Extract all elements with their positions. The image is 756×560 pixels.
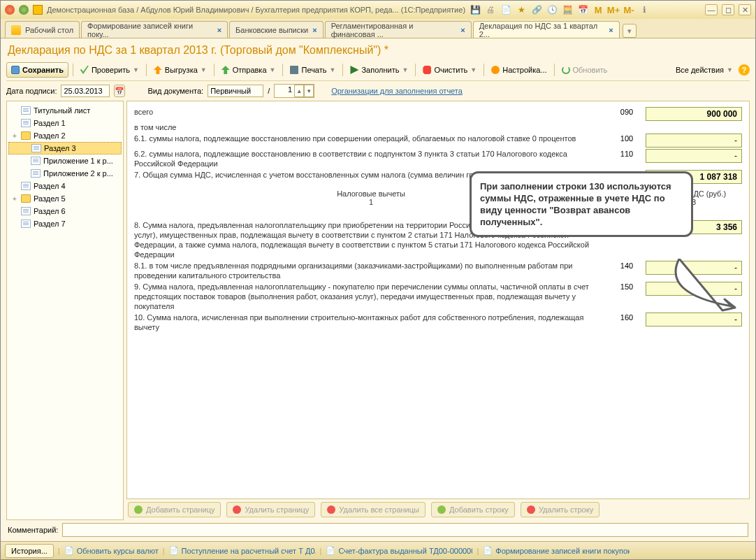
row-code: 090 <box>608 107 646 116</box>
tree-node[interactable]: Титульный лист <box>8 104 122 117</box>
printer-icon <box>290 66 298 74</box>
tree-label: Раздел 5 <box>34 194 66 203</box>
tree-node[interactable]: Раздел 4 <box>8 180 122 192</box>
expand-icon[interactable]: + <box>11 195 18 203</box>
status-item[interactable]: 📄 Поступление на расчетный счет Т Д0... <box>169 546 316 555</box>
date-label: Дата подписи: <box>6 87 57 95</box>
save-icon[interactable]: 💾 <box>470 4 481 15</box>
clock-icon[interactable]: 🕓 <box>546 4 558 15</box>
status-item[interactable]: 📄 Формирование записей книги покупок ... <box>483 546 630 555</box>
tab-declaration[interactable]: Декларация по НДС за 1 квартал 2... × <box>473 21 620 38</box>
del-all-pages-button[interactable]: Удалить все страницы <box>321 502 426 517</box>
tree-label: Раздел 2 <box>34 131 66 140</box>
tree-label: Приложение 2 к р... <box>43 169 113 178</box>
value-cell[interactable]: - <box>646 134 742 148</box>
date-picker-button[interactable]: 📅 <box>114 85 125 97</box>
tree-label: Раздел 1 <box>34 119 66 127</box>
expand-icon[interactable]: + <box>11 132 18 140</box>
upload-button[interactable]: Выгрузка▼ <box>151 62 210 78</box>
mminus-button[interactable]: M- <box>623 4 634 15</box>
send-button[interactable]: Отправка▼ <box>219 62 279 78</box>
forward-icon[interactable] <box>19 5 29 15</box>
print-icon[interactable]: 🖨 <box>485 4 496 15</box>
tab-bookentries[interactable]: Формирование записей книги поку... × <box>81 21 228 38</box>
folder-icon <box>21 131 31 140</box>
spin-down[interactable]: ▼ <box>304 85 314 97</box>
calc-icon[interactable]: 🧮 <box>562 4 573 15</box>
plus-icon <box>134 505 143 514</box>
history-button[interactable]: История... <box>5 544 54 558</box>
date-input[interactable] <box>61 85 110 97</box>
tree-node[interactable]: Приложение 1 к р... <box>8 155 122 167</box>
tree-node[interactable]: Приложение 2 к р... <box>8 167 122 180</box>
app-icon <box>33 5 43 15</box>
clear-button[interactable]: Очистить▼ <box>420 62 479 78</box>
tab-regulated[interactable]: Регламентированная и финансовая ... × <box>325 21 472 38</box>
tab-bank[interactable]: Банковские выписки × <box>229 21 324 38</box>
tree-node[interactable]: +Раздел 5 <box>8 192 122 205</box>
page-buttons: Добавить страницу Удалить страницу Удали… <box>126 499 750 520</box>
row-description: 9. Сумма налога, предъявленная налогопла… <box>134 282 608 311</box>
comment-input[interactable] <box>62 523 748 537</box>
form-row: 6.2. суммы налога, подлежащие восстановл… <box>134 149 742 168</box>
minimize-button[interactable]: — <box>705 4 718 15</box>
document-icon <box>31 144 41 152</box>
close-icon[interactable]: × <box>609 26 613 34</box>
tree-node[interactable]: +Раздел 2 <box>8 129 122 142</box>
sheet: всего090900 000в том числе6.1. суммы нал… <box>126 101 750 499</box>
mplus-button[interactable]: M+ <box>608 4 619 15</box>
fill-button[interactable]: Заполнить▼ <box>347 62 411 78</box>
page: Декларация по НДС за 1 квартал 2013 г. (… <box>1 38 755 541</box>
save-button[interactable]: Сохранить <box>6 62 68 78</box>
minus-icon <box>527 505 535 514</box>
row-code <box>608 122 646 123</box>
refresh-button[interactable]: Обновить <box>559 62 611 78</box>
close-button[interactable]: ✕ <box>739 4 751 15</box>
tab-label: Регламентированная и финансовая ... <box>331 22 457 38</box>
m-button[interactable]: M <box>593 4 604 15</box>
tab-desktop[interactable]: Рабочий стол <box>5 21 80 38</box>
maximize-button[interactable]: ◻ <box>722 4 734 15</box>
doc-icon[interactable]: 📄 <box>500 4 511 15</box>
status-item[interactable]: 📄 Обновить курсы валют <box>64 546 159 555</box>
tabs-menu-button[interactable]: ▾ <box>623 24 637 38</box>
tree-node[interactable]: Раздел 3 <box>8 142 122 155</box>
upload-icon <box>154 66 162 74</box>
star-icon[interactable]: ★ <box>516 4 527 15</box>
all-actions-button[interactable]: Все действия▼ <box>673 62 736 78</box>
back-icon[interactable] <box>5 5 15 15</box>
close-icon[interactable]: × <box>312 26 317 34</box>
close-icon[interactable]: × <box>460 26 465 34</box>
org-link[interactable]: Организации для заполнения отчета <box>331 87 463 95</box>
row-description: всего <box>134 107 608 117</box>
content: всего090900 000в том числе6.1. суммы нал… <box>126 101 750 520</box>
tree-node[interactable]: Раздел 1 <box>8 117 122 129</box>
row-code: 110 <box>608 149 646 158</box>
kind-input[interactable] <box>208 85 263 97</box>
del-page-button[interactable]: Удалить страницу <box>226 502 315 517</box>
info-icon[interactable]: ℹ <box>639 4 650 15</box>
refresh-icon <box>562 66 570 74</box>
calendar-icon[interactable]: 📅 <box>577 4 588 15</box>
help-icon[interactable]: ? <box>739 64 750 76</box>
tree-node[interactable]: Раздел 6 <box>8 205 122 217</box>
del-row-button[interactable]: Удалить строку <box>521 502 599 517</box>
form-row: 9. Сумма налога, предъявленная налогопла… <box>134 282 742 311</box>
value-cell[interactable]: - <box>646 149 742 163</box>
value-cell[interactable]: 900 000 <box>646 107 742 121</box>
send-icon <box>221 66 230 74</box>
add-row-button[interactable]: Добавить строку <box>431 502 515 517</box>
add-page-button[interactable]: Добавить страницу <box>128 502 221 517</box>
document-icon <box>21 182 31 190</box>
link-icon[interactable]: 🔗 <box>531 4 542 15</box>
spin-up[interactable]: ▲ <box>294 85 304 97</box>
close-icon[interactable]: × <box>217 26 221 34</box>
check-button[interactable]: Проверить▼ <box>78 62 142 78</box>
row-description: 6.1. суммы налога, подлежащие восстановл… <box>134 134 608 143</box>
setup-button[interactable]: Настройка... <box>488 62 549 78</box>
tree-node[interactable]: Раздел 7 <box>8 217 122 230</box>
document-icon <box>21 119 31 127</box>
print-button[interactable]: Печать▼ <box>287 62 338 78</box>
status-item[interactable]: 📄 Счет-фактура выданный ТД00-0000004 о..… <box>326 546 472 555</box>
document-icon <box>31 157 41 165</box>
